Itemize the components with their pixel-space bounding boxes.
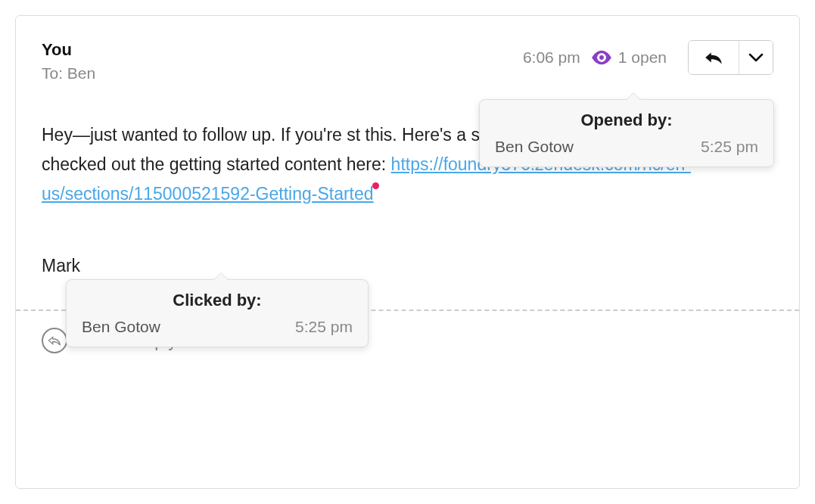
email-header: You To: Ben 6:06 pm 1 open xyxy=(16,16,799,90)
to-line: To: Ben xyxy=(42,64,95,82)
reply-icon xyxy=(704,50,723,65)
to-prefix: To: xyxy=(42,64,67,82)
opened-tooltip-time: 5:25 pm xyxy=(701,138,758,156)
clicked-tooltip-name: Ben Gotow xyxy=(82,318,160,336)
action-buttons xyxy=(688,40,773,75)
clicked-tooltip-title: Clicked by: xyxy=(82,291,353,310)
reply-button[interactable] xyxy=(689,41,739,74)
clicked-tooltip-time: 5:25 pm xyxy=(295,318,353,336)
dropdown-button[interactable] xyxy=(739,41,773,74)
eye-icon xyxy=(591,50,612,65)
reply-circle-icon xyxy=(42,328,67,353)
email-timestamp: 6:06 pm xyxy=(523,48,580,67)
opened-tooltip-row: Ben Gotow 5:25 pm xyxy=(495,138,758,156)
tooltip-arrow-icon xyxy=(214,273,228,280)
open-count-text: 1 open xyxy=(618,48,667,67)
opened-tooltip-title: Opened by: xyxy=(495,110,758,130)
email-card: You To: Ben 6:06 pm 1 open xyxy=(15,15,800,489)
header-right: 6:06 pm 1 open xyxy=(523,40,773,75)
sender-name: You xyxy=(42,40,95,60)
svg-point-0 xyxy=(599,55,604,60)
opened-tooltip: Opened by: Ben Gotow 5:25 pm xyxy=(479,99,774,167)
clicked-tooltip: Clicked by: Ben Gotow 5:25 pm xyxy=(66,279,369,347)
opened-tooltip-name: Ben Gotow xyxy=(495,138,574,156)
tooltip-arrow-icon xyxy=(627,93,640,100)
link-tracker-dot-icon[interactable] xyxy=(372,182,379,189)
to-recipient: Ben xyxy=(67,64,95,82)
email-signature: Mark xyxy=(42,251,773,281)
chevron-down-icon xyxy=(748,53,764,62)
clicked-tooltip-row: Ben Gotow 5:25 pm xyxy=(82,318,353,336)
header-left: You To: Ben xyxy=(42,40,95,82)
open-tracker[interactable]: 1 open xyxy=(591,48,667,67)
